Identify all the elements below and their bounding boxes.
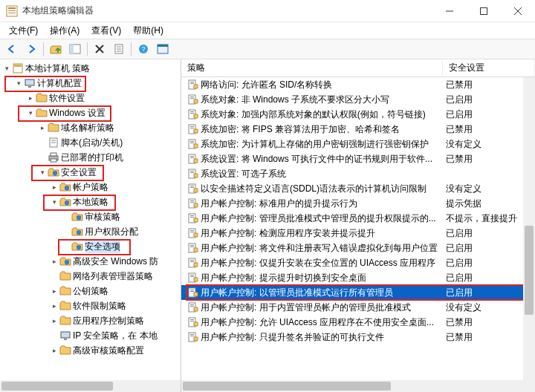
tree-audit-policy-icon: [71, 211, 83, 223]
policy-row[interactable]: 系统设置: 将 Windows 可执行文件中的证书规则用于软件...已禁用: [181, 151, 535, 166]
tree-app-control-icon: [59, 315, 71, 327]
svg-rect-57: [190, 200, 194, 201]
minimize-button[interactable]: [432, 0, 467, 22]
policy-row[interactable]: 系统对象: 加强内部系统对象的默认权限(例如，符号链接)已启用: [181, 107, 535, 122]
menubar: 文件(F) 操作(A) 查看(V) 帮助(H): [0, 22, 535, 39]
list-scrollbar-v[interactable]: [523, 77, 535, 392]
maximize-button[interactable]: [467, 0, 501, 22]
policy-setting: 已启用: [443, 242, 535, 255]
tree-ip-sec[interactable]: IP 安全策略，在 本地: [0, 328, 181, 343]
tree-local-policies[interactable]: ▾本地策略: [0, 195, 181, 209]
tree-software[interactable]: ▸软件设置: [0, 91, 181, 105]
expand-icon[interactable]: ▾: [49, 197, 59, 207]
policy-row[interactable]: 用户帐户控制: 管理员批准模式中管理员的提升权限提示的...不提示，直接提升: [181, 211, 535, 226]
policy-name: 用户帐户控制: 管理员批准模式中管理员的提升权限提示的...: [201, 212, 443, 225]
tree-nlm[interactable]: 网络列表管理器策略: [0, 269, 181, 284]
tree-label: 软件限制策略: [73, 300, 126, 313]
expand-icon[interactable]: ▾: [13, 78, 24, 88]
policy-row[interactable]: 系统加密: 为计算机上存储的用户密钥强制进行强密钥保护没有定义: [181, 137, 535, 151]
policy-icon: [187, 301, 199, 313]
svg-text:?: ?: [141, 45, 145, 53]
expand-icon[interactable]: ▾: [25, 108, 36, 118]
tree-adv-windows[interactable]: ▸高级安全 Windows 防: [0, 254, 181, 269]
policy-row[interactable]: 用户帐户控制: 以管理员批准模式运行所有管理员已启用: [181, 285, 535, 300]
column-setting[interactable]: 安全设置: [443, 59, 535, 76]
list-scrollbar-h[interactable]: [181, 380, 535, 392]
expand-icon[interactable]: ▸: [49, 301, 59, 311]
svg-rect-34: [190, 83, 194, 84]
show-hide-button[interactable]: [66, 41, 84, 57]
policy-row[interactable]: 用户帐户控制: 提示提升时切换到安全桌面已启用: [181, 270, 535, 285]
menu-action[interactable]: 操作(A): [44, 23, 85, 39]
tree-label: 本地计算机 策略: [25, 62, 90, 75]
policy-row[interactable]: 用户帐户控制: 检测应用程序安装并提示提升已启用: [181, 226, 535, 241]
column-policy[interactable]: 策略: [181, 59, 443, 76]
tree-computer-config-icon: [24, 77, 36, 89]
policy-row[interactable]: 系统加密: 将 FIPS 兼容算法用于加密、哈希和签名已禁用: [181, 122, 535, 137]
tree-dns-policy[interactable]: ▸域名解析策略: [0, 120, 181, 135]
tree-label: 应用程序控制策略: [73, 315, 144, 327]
policy-row[interactable]: 以安全描述符定义语言(SDDL)语法表示的计算机访问限制没有定义: [181, 181, 535, 196]
tree-windows-settings-icon: [36, 107, 48, 119]
tree-security-options[interactable]: 安全选项: [0, 239, 181, 254]
tree-scrollbar-h[interactable]: [0, 380, 181, 392]
tree-scripts[interactable]: 脚本(启动/关机): [0, 135, 181, 150]
expand-icon[interactable]: ▸: [37, 122, 48, 133]
policy-row[interactable]: 系统设置: 可选子系统: [181, 166, 535, 181]
forward-button[interactable]: [22, 41, 40, 57]
tree-user-rights[interactable]: 用户权限分配: [0, 224, 181, 239]
expand-icon[interactable]: ▾: [37, 167, 48, 177]
svg-rect-39: [190, 111, 194, 112]
policy-row[interactable]: 用户帐户控制: 允许 UIAccess 应用程序在不使用安全桌面...已禁用: [181, 315, 535, 330]
delete-button[interactable]: [91, 41, 108, 57]
tree-pane[interactable]: ▾本地计算机 策略▾计算机配置▸软件设置▾Windows 设置▸域名解析策略脚本…: [0, 59, 181, 392]
properties-button[interactable]: [110, 41, 128, 57]
tree-public-key-icon: [59, 285, 71, 297]
svg-rect-79: [190, 306, 194, 307]
back-button[interactable]: [3, 41, 21, 57]
tree-audit-policy[interactable]: 审核策略: [0, 209, 181, 224]
policy-row[interactable]: 用户帐户控制: 用于内置管理员帐户的管理员批准模式没有定义: [181, 300, 535, 315]
policy-icon: [187, 153, 199, 165]
policy-row[interactable]: 系统对象: 非 Windows 子系统不要求区分大小写已启用: [181, 92, 535, 107]
policy-setting: 已禁用: [443, 123, 535, 136]
expand-icon[interactable]: ▾: [1, 63, 12, 74]
expand-icon[interactable]: ▸: [49, 345, 59, 356]
expand-icon[interactable]: ▸: [49, 256, 59, 267]
tree-scripts-icon: [48, 137, 59, 148]
policy-row[interactable]: 用户帐户控制: 标准用户的提升提示行为提示凭据: [181, 196, 535, 211]
expand-icon: [49, 330, 59, 341]
tree-windows-settings[interactable]: ▾Windows 设置: [0, 105, 181, 120]
tree-computer-config[interactable]: ▾计算机配置: [0, 76, 181, 91]
tree-adv-audit[interactable]: ▸高级审核策略配置: [0, 343, 181, 358]
policy-row[interactable]: 用户帐户控制: 只提升签名并验证的可执行文件已禁用: [181, 330, 535, 344]
menu-file[interactable]: 文件(F): [3, 23, 44, 39]
menu-help[interactable]: 帮助(H): [127, 23, 169, 39]
list-pane[interactable]: 策略 安全设置 网络访问: 允许匿名 SID/名称转换已禁用系统对象: 非 Wi…: [181, 59, 535, 392]
expand-icon[interactable]: ▸: [49, 316, 59, 326]
expand-icon[interactable]: ▸: [25, 93, 36, 103]
svg-rect-70: [190, 261, 194, 262]
tree-root[interactable]: ▾本地计算机 策略: [0, 61, 181, 76]
refresh-button[interactable]: [154, 41, 172, 57]
policy-row[interactable]: 用户帐户控制: 仅提升安装在安全位置的 UIAccess 应用程序已启用: [181, 255, 535, 270]
svg-rect-48: [190, 156, 194, 157]
tree-public-key[interactable]: ▸公钥策略: [0, 284, 181, 298]
policy-row[interactable]: 网络访问: 允许匿名 SID/名称转换已禁用: [181, 77, 535, 92]
up-button[interactable]: [47, 41, 65, 57]
policy-row[interactable]: 用户帐户控制: 将文件和注册表写入错误虚拟化到每用户位置已启用: [181, 241, 535, 255]
tree-dns-policy-icon: [48, 122, 59, 134]
tree-software-restrict[interactable]: ▸软件限制策略: [0, 298, 181, 313]
menu-view[interactable]: 查看(V): [85, 23, 127, 39]
tree-account-policies[interactable]: ▸帐户策略: [0, 180, 181, 195]
svg-rect-67: [190, 246, 194, 247]
close-button[interactable]: [501, 0, 535, 22]
help-button[interactable]: ?: [134, 41, 152, 57]
tree-app-control[interactable]: ▸应用程序控制策略: [0, 313, 181, 328]
tree-printers[interactable]: 已部署的打印机: [0, 150, 181, 165]
expand-icon[interactable]: ▸: [49, 286, 59, 296]
expand-icon[interactable]: ▸: [49, 182, 59, 192]
svg-rect-40: [190, 113, 194, 114]
tree-security-settings[interactable]: ▾安全设置: [0, 165, 181, 180]
policy-setting: 提示凭据: [443, 197, 535, 210]
